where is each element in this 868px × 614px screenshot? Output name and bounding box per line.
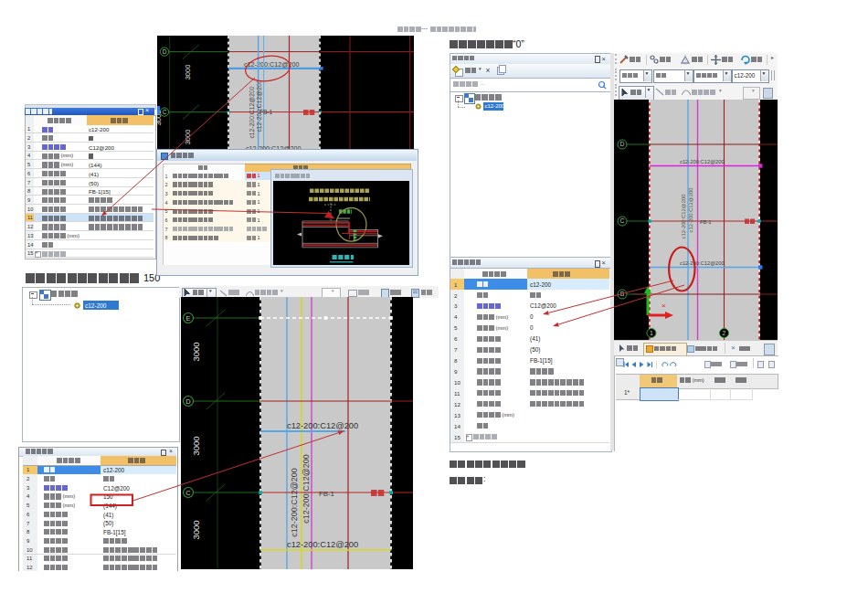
svg-text:3000: 3000 <box>191 436 201 455</box>
svg-text:3000: 3000 <box>191 520 201 539</box>
svg-text:3000: 3000 <box>184 65 192 80</box>
svg-text:c12-200:C12@200: c12-200:C12@200 <box>287 421 358 430</box>
svg-text:c12-200:C12@200: c12-200:C12@200 <box>688 188 693 233</box>
svg-text:c12-200:C12@200: c12-200:C12@200 <box>681 195 686 239</box>
svg-text:B: B <box>620 291 625 297</box>
svg-text:c12-200:C12@200: c12-200:C12@200 <box>256 79 262 132</box>
svg-text:C: C <box>163 109 167 115</box>
svg-text:FB-1: FB-1 <box>259 109 272 115</box>
svg-text:3000: 3000 <box>191 342 201 361</box>
svg-text:C: C <box>620 217 625 224</box>
svg-text:FB-1: FB-1 <box>700 219 712 225</box>
svg-text:c12-200:C12@200: c12-200:C12@200 <box>244 60 299 69</box>
svg-text:c12-200:C12@200: c12-200:C12@200 <box>680 260 725 266</box>
svg-text:c12-200:C12@200: c12-200:C12@200 <box>680 159 725 164</box>
svg-text:3000: 3000 <box>184 130 192 145</box>
svg-text:c12-200:C12@200: c12-200:C12@200 <box>287 540 358 549</box>
svg-text:2: 2 <box>723 330 726 336</box>
svg-text:c12-200:C12@200: c12-200:C12@200 <box>290 468 299 537</box>
svg-text:D: D <box>163 48 167 55</box>
svg-text:FB-1: FB-1 <box>319 490 334 498</box>
svg-text:E: E <box>186 314 191 323</box>
svg-text:C: C <box>185 489 191 497</box>
svg-text:×: × <box>662 302 666 310</box>
svg-text:D: D <box>185 397 190 406</box>
svg-text:1: 1 <box>650 330 653 336</box>
svg-text:c12-200:C12@200: c12-200:C12@200 <box>249 86 255 138</box>
svg-text:c12-200:C12@200: c12-200:C12@200 <box>302 454 311 524</box>
svg-text:D: D <box>620 141 625 147</box>
